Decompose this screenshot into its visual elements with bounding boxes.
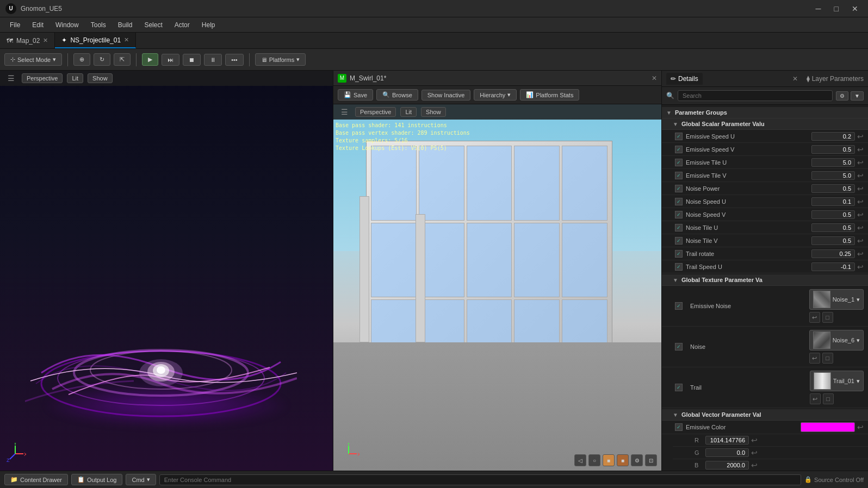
reset-trail-speed-u[interactable]: ↩ xyxy=(857,262,864,271)
value-emissive-tile-u[interactable]: 5.0 xyxy=(811,158,855,167)
browse-button[interactable]: 🔍 Browse xyxy=(376,89,418,101)
value-emissive-tile-v[interactable]: 5.0 xyxy=(811,171,855,180)
texture-emissive-noise-dropdown[interactable]: Noise_1 ▾ xyxy=(809,289,864,310)
minimize-button[interactable]: ─ xyxy=(811,3,826,14)
reset-noise-power[interactable]: ↩ xyxy=(857,184,864,193)
value-emissive-speed-u[interactable]: 0.2 xyxy=(811,132,855,141)
reset-emissive-tile-u[interactable]: ↩ xyxy=(857,158,864,167)
layer-params-tab[interactable]: ⧫ Layer Parameters xyxy=(807,75,864,83)
reset-noise-speed-u[interactable]: ↩ xyxy=(857,197,864,206)
emissive-color-expand[interactable]: R 1014.147766 ↩ G 0.0 ↩ B 2000.0 ↩ xyxy=(662,434,868,471)
perspective-button-left[interactable]: Perspective xyxy=(22,73,63,83)
emissive-color-swatch[interactable] xyxy=(801,422,855,432)
texture-open-btn-3[interactable]: □ xyxy=(823,393,834,404)
details-close[interactable]: ✕ xyxy=(792,75,798,83)
source-control[interactable]: 🔒 Source Control Off xyxy=(804,476,864,483)
value-trail-rotate[interactable]: 0.25 xyxy=(811,249,855,258)
tab-projectile-close[interactable]: ✕ xyxy=(124,36,129,43)
material-window-close[interactable]: ✕ xyxy=(652,74,657,82)
reset-noise-tile-u[interactable]: ↩ xyxy=(857,223,864,232)
b-value[interactable]: 2000.0 xyxy=(705,461,749,470)
hierarchy-button[interactable]: Hierarchy ▾ xyxy=(474,89,517,101)
reset-b[interactable]: ↩ xyxy=(751,461,758,470)
details-tab[interactable]: ✏ Details xyxy=(666,73,703,85)
sidebar-toggle[interactable]: ☰ xyxy=(4,72,17,85)
maximize-button[interactable]: □ xyxy=(830,3,843,14)
show-button-left[interactable]: Show xyxy=(88,73,113,83)
play-button[interactable]: ▶ xyxy=(142,53,158,66)
texture-noise-dropdown[interactable]: Noise_6 ▾ xyxy=(809,330,864,351)
checkbox-noise-tile-v[interactable] xyxy=(675,237,683,245)
value-trail-speed-u[interactable]: -0.1 xyxy=(811,262,855,271)
texture-open-btn-2[interactable]: □ xyxy=(822,353,833,364)
checkbox-trail-tex[interactable] xyxy=(675,384,683,391)
reset-g[interactable]: ↩ xyxy=(751,448,758,457)
cmd-button[interactable]: Cmd ▾ xyxy=(126,474,156,485)
checkbox-emissive-noise[interactable] xyxy=(675,302,683,310)
checkbox-noise-power[interactable] xyxy=(675,185,683,192)
menu-help[interactable]: Help xyxy=(196,20,221,30)
perspective-button-mat[interactable]: Perspective xyxy=(355,107,396,117)
scale-button[interactable]: ⇱ xyxy=(114,53,131,66)
left-viewport[interactable]: ☰ Perspective Lit Show X Y Z xyxy=(0,71,333,471)
checkbox-emissive-speed-v[interactable] xyxy=(675,146,683,153)
platform-stats-button[interactable]: 📊 Platform Stats xyxy=(520,89,579,101)
checkbox-trail-speed-u[interactable] xyxy=(675,263,683,271)
menu-file[interactable]: File xyxy=(4,20,26,30)
reset-trail-rotate[interactable]: ↩ xyxy=(857,249,864,258)
global-vector-header[interactable]: ▼ Global Vector Parameter Val xyxy=(662,409,868,421)
value-noise-speed-v[interactable]: 0.5 xyxy=(811,210,855,219)
checkbox-noise-speed-u[interactable] xyxy=(675,198,683,205)
ctrl-btn-4[interactable]: ⚙ xyxy=(631,454,643,466)
value-noise-tile-v[interactable]: 0.5 xyxy=(811,236,855,245)
texture-open-btn-1[interactable]: □ xyxy=(822,312,833,323)
step-button[interactable]: ⏭ xyxy=(162,54,179,66)
reset-emissive-speed-u[interactable]: ↩ xyxy=(857,132,864,141)
tab-projectile[interactable]: ✦ NS_Projectile_01 ✕ xyxy=(55,33,136,48)
save-button[interactable]: 💾 Save xyxy=(338,89,373,101)
checkbox-noise-tex[interactable] xyxy=(675,343,683,351)
menu-select[interactable]: Select xyxy=(139,20,168,30)
checkbox-noise-tile-u[interactable] xyxy=(675,224,683,232)
texture-browse-btn-2[interactable]: ↩ xyxy=(809,353,820,364)
mat-sidebar-toggle[interactable]: ☰ xyxy=(338,105,351,118)
console-input[interactable] xyxy=(159,474,801,485)
ctrl-btn-1[interactable]: ◁ xyxy=(574,454,586,466)
g-value[interactable]: 0.0 xyxy=(705,448,749,457)
platforms-button[interactable]: 🖥 Platforms ▾ xyxy=(255,53,306,66)
reset-emissive-tile-v[interactable]: ↩ xyxy=(857,171,864,180)
search-filter-btn[interactable]: ▼ xyxy=(851,91,864,101)
transform-button[interactable]: ⊕ xyxy=(73,53,90,66)
value-noise-speed-u[interactable]: 0.1 xyxy=(811,197,855,206)
reset-emissive-speed-v[interactable]: ↩ xyxy=(857,145,864,154)
menu-tools[interactable]: Tools xyxy=(85,20,111,30)
texture-browse-btn-3[interactable]: ↩ xyxy=(810,393,821,404)
content-drawer-button[interactable]: 📁 Content Drawer xyxy=(4,474,68,485)
tab-map-close[interactable]: ✕ xyxy=(43,37,48,44)
global-texture-header[interactable]: ▼ Global Texture Parameter Va xyxy=(662,274,868,286)
r-value[interactable]: 1014.147766 xyxy=(705,436,749,445)
menu-edit[interactable]: Edit xyxy=(27,20,49,30)
stop-button[interactable]: ⏹ xyxy=(183,54,201,66)
pause-button[interactable]: ⏸ xyxy=(204,54,222,66)
reset-noise-speed-v[interactable]: ↩ xyxy=(857,210,864,219)
menu-window[interactable]: Window xyxy=(50,20,84,30)
ctrl-btn-orange[interactable]: ■ xyxy=(603,454,615,466)
select-mode-button[interactable]: ⊹ Select Mode ▾ xyxy=(4,53,62,66)
show-button-mat[interactable]: Show xyxy=(421,107,446,117)
parameter-groups-header[interactable]: ▼ Parameter Groups xyxy=(662,107,868,118)
ctrl-btn-2[interactable]: ○ xyxy=(588,454,600,466)
ctrl-btn-5[interactable]: ⊡ xyxy=(645,454,657,466)
value-noise-power[interactable]: 0.5 xyxy=(811,184,855,193)
title-bar-controls[interactable]: ─ □ ✕ xyxy=(811,3,863,14)
rotate-button[interactable]: ↻ xyxy=(94,53,110,66)
value-noise-tile-u[interactable]: 0.5 xyxy=(811,223,855,232)
lit-button-left[interactable]: Lit xyxy=(67,73,83,83)
reset-emissive-color[interactable]: ↩ xyxy=(857,423,864,431)
close-button[interactable]: ✕ xyxy=(847,3,863,14)
more-button[interactable]: ••• xyxy=(225,54,244,66)
show-inactive-button[interactable]: Show Inactive xyxy=(421,90,470,101)
checkbox-noise-speed-v[interactable] xyxy=(675,211,683,218)
checkbox-emissive-tile-u[interactable] xyxy=(675,159,683,166)
lit-button-mat[interactable]: Lit xyxy=(400,107,417,117)
